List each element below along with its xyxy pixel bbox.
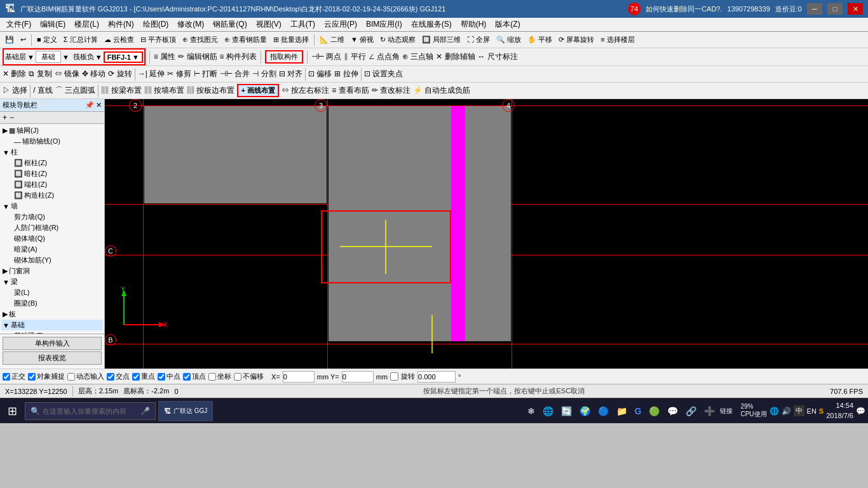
- rotate-input[interactable]: [417, 371, 456, 383]
- tb-dimension[interactable]: ↔ 尺寸标注: [478, 51, 518, 62]
- taskbar-icon-refresh[interactable]: 🔄: [559, 405, 574, 417]
- snap-dynamic-check[interactable]: [67, 373, 75, 381]
- taskbar-icon-ie2[interactable]: 🔵: [595, 405, 611, 417]
- snap-dynamic[interactable]: 动态输入: [67, 372, 104, 381]
- menu-edit[interactable]: 编辑(E): [36, 18, 69, 31]
- menu-version[interactable]: 版本(Z): [491, 18, 524, 31]
- nav-tool-minus[interactable]: −: [10, 113, 14, 122]
- search-input[interactable]: [43, 407, 138, 415]
- tree-item-column[interactable]: ▼ 柱: [1, 147, 103, 158]
- tb-save[interactable]: 💾: [3, 34, 17, 45]
- tb-local-3d[interactable]: 🔲 局部三维: [419, 34, 463, 46]
- component-dropdown-arrow[interactable]: ▼: [132, 53, 139, 61]
- component-arrow[interactable]: ▼: [95, 53, 102, 61]
- single-component-btn[interactable]: 单构件输入: [3, 337, 102, 350]
- tb-floor-select[interactable]: ≡ 选择楼层: [598, 34, 637, 46]
- menu-view[interactable]: 视图(V): [252, 18, 285, 31]
- tb-three-axis[interactable]: ⊕ 三点轴: [402, 51, 433, 62]
- tree-item-ring-beam[interactable]: 圈梁(B): [1, 298, 103, 309]
- tree-item-aux-axis[interactable]: — 辅助轴线(O): [1, 136, 103, 147]
- tb-rotate2[interactable]: ⟳ 旋转: [108, 69, 132, 79]
- snap-intersection[interactable]: 交点: [107, 372, 130, 381]
- snap-intersection-check[interactable]: [107, 373, 114, 381]
- tree-item-end-col[interactable]: 🔲端柱(Z): [1, 179, 103, 190]
- menu-cloud[interactable]: 云应用(P): [320, 18, 361, 31]
- tb-del-aux[interactable]: ✕ 删除辅轴: [436, 51, 475, 62]
- taskbar-icon-globe[interactable]: 🟢: [646, 405, 662, 417]
- snap-object[interactable]: 对象捕捉: [28, 372, 65, 381]
- tree-item-masonry-rebar[interactable]: 砌体加筋(Y): [1, 255, 103, 266]
- tb-zoom[interactable]: 🔍 缩放: [494, 34, 524, 46]
- snap-orthogonal-check[interactable]: [3, 373, 10, 381]
- taskbar-icon-g[interactable]: G: [632, 405, 644, 417]
- tb-mirror[interactable]: ⇔ 镜像: [55, 69, 79, 79]
- snap-object-check[interactable]: [28, 373, 36, 381]
- nav-tool-add[interactable]: +: [3, 113, 7, 122]
- tb-cloud-check[interactable]: ☁ 云检查: [102, 34, 137, 46]
- menu-tools[interactable]: 工具(T): [287, 18, 319, 31]
- tb-delete[interactable]: ✕ 删除: [3, 69, 26, 79]
- mic-icon[interactable]: 🎤: [140, 407, 150, 416]
- minimize-button[interactable]: ─: [807, 3, 822, 15]
- tb-move[interactable]: ✥ 移动: [82, 69, 105, 79]
- menu-component[interactable]: 构件(N): [104, 18, 138, 31]
- tree-item-door-win[interactable]: ▶ 门窗洞: [1, 266, 103, 276]
- tb-view-rebar[interactable]: ⊕ 查看钢筋量: [222, 34, 269, 46]
- tree-item-struct-col[interactable]: 🔲构造柱(Z): [1, 190, 103, 201]
- layer-arrow[interactable]: ▼: [62, 53, 69, 61]
- tb-set-clamp[interactable]: ⊡ 设置夹点: [364, 69, 403, 79]
- tree-item-beam-l[interactable]: 梁(L): [1, 287, 103, 298]
- tb-by-wall[interactable]: ▥ 按墙布置: [144, 85, 184, 96]
- rotate-check[interactable]: [390, 372, 398, 381]
- tb-modify-note[interactable]: ✏ 查改标注: [372, 85, 410, 96]
- tree-item-wall[interactable]: ▼ 墙: [1, 201, 103, 212]
- tb-break[interactable]: ⊢ 打断: [194, 69, 217, 79]
- tb-top-view[interactable]: ▼ 俯视: [348, 34, 376, 46]
- taskbar-icon-fan[interactable]: ❄: [525, 405, 538, 417]
- tb-edit-rebar[interactable]: ✏ 编辑钢筋: [178, 51, 217, 62]
- menu-rebar[interactable]: 钢筋量(Q): [209, 18, 250, 31]
- component-value[interactable]: FBFJ-1: [107, 53, 131, 61]
- tb-point-angle[interactable]: ∠ 点点角: [369, 51, 400, 62]
- tree-item-shear-wall[interactable]: 剪力墙(Q): [1, 212, 103, 222]
- snap-orthogonal[interactable]: 正交: [3, 372, 25, 381]
- taskbar-app-ggj[interactable]: 🏗 广联达 GGJ: [158, 401, 213, 421]
- snap-vertex[interactable]: 顶点: [183, 372, 206, 381]
- tb-rotate[interactable]: ⟳ 屏幕旋转: [556, 34, 597, 46]
- tb-line[interactable]: / 直线: [33, 85, 53, 96]
- tb-2d[interactable]: 📐 二维: [317, 34, 347, 46]
- tb-trim[interactable]: ✂ 修剪: [167, 69, 191, 79]
- taskbar-icon-plus[interactable]: ➕: [702, 405, 717, 417]
- taskbar-icon-browser[interactable]: 🌍: [577, 405, 593, 417]
- tb-arc3[interactable]: ⌒ 三点圆弧: [55, 85, 95, 96]
- tb-fullscreen[interactable]: ⛶ 全屏: [465, 34, 492, 46]
- tb-parallel[interactable]: ∥ 平行: [344, 51, 365, 62]
- tb-by-beam[interactable]: ▥ 按梁布置: [101, 85, 141, 96]
- tb-align[interactable]: ⊟ 对齐: [279, 69, 302, 79]
- tb-batch-select[interactable]: ⊞ 批量选择: [271, 34, 311, 46]
- taskbar-icon-link[interactable]: 🔗: [683, 405, 699, 417]
- maximize-button[interactable]: □: [827, 3, 843, 15]
- tb-split[interactable]: ⊣ 分割: [252, 69, 276, 79]
- tb-dynamic[interactable]: ↻ 动态观察: [377, 34, 418, 46]
- menu-floor[interactable]: 楼层(L): [71, 18, 103, 31]
- tb-define[interactable]: ■ 定义: [34, 34, 60, 46]
- tb-offset[interactable]: ⊡ 偏移: [308, 69, 332, 79]
- tb-undo[interactable]: ↩: [18, 34, 29, 45]
- layer-value[interactable]: 基础: [36, 51, 61, 63]
- tb-draw-line-place[interactable]: + 画线布置: [241, 86, 275, 95]
- search-bar[interactable]: 🔍 🎤: [25, 402, 156, 420]
- pickup-label[interactable]: 指取构件: [270, 52, 298, 62]
- menu-draw[interactable]: 绘图(D): [139, 18, 173, 31]
- nav-pin[interactable]: 📌 ✕: [85, 101, 102, 109]
- snap-no-offset[interactable]: 不偏移: [234, 372, 264, 381]
- report-preview-btn[interactable]: 报表视览: [3, 351, 102, 365]
- snap-endpoint[interactable]: 重点: [132, 372, 155, 381]
- y-input[interactable]: [342, 371, 374, 383]
- taskbar-icon-ie[interactable]: 🌐: [540, 405, 556, 417]
- tree-item-masonry[interactable]: 砌体墙(Q): [1, 233, 103, 244]
- tb-copy[interactable]: ⧉ 复制: [29, 69, 51, 79]
- taskbar-icon-chat[interactable]: 💬: [665, 405, 681, 417]
- ime-s[interactable]: S: [819, 407, 824, 415]
- tb-two-points[interactable]: ⊣⊢ 两点: [311, 51, 341, 62]
